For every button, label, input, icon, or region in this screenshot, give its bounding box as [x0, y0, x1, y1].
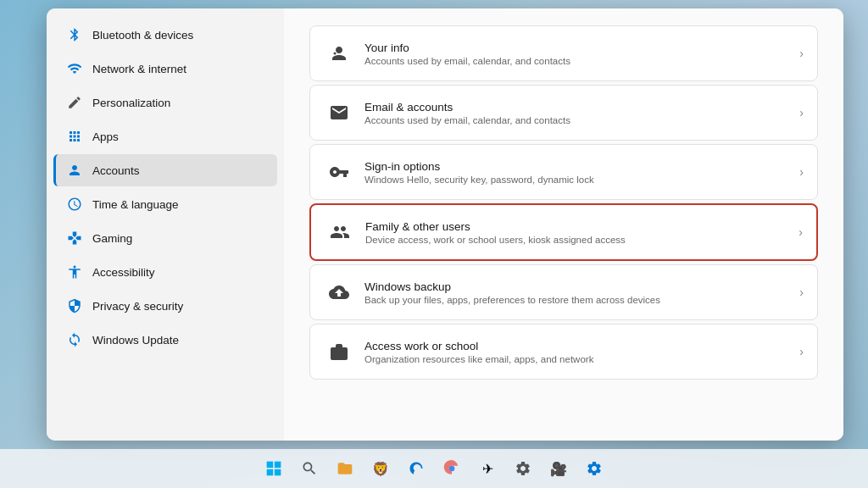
settings-item-signin[interactable]: Sign-in options Windows Hello, security …	[309, 144, 818, 200]
email-desc: Accounts used by email, calendar, and co…	[364, 115, 799, 125]
signin-text: Sign-in options Windows Hello, security …	[364, 160, 799, 185]
network-icon	[67, 61, 82, 76]
start-button[interactable]	[259, 453, 289, 484]
family-text: Family & other users Device access, work…	[365, 220, 798, 245]
signin-icon	[324, 157, 354, 187]
your-info-icon	[324, 38, 354, 69]
bluetooth-icon	[67, 27, 82, 42]
settings-window: Bluetooth & devices Network & internet P…	[47, 8, 843, 441]
taskbar: 🦁 ✈ 🎥	[0, 449, 868, 488]
sidebar-item-apps[interactable]: Apps	[53, 120, 277, 152]
sidebar-item-privacy[interactable]: Privacy & security	[53, 290, 277, 322]
telegram-button[interactable]: ✈	[472, 453, 503, 484]
sidebar-item-network[interactable]: Network & internet	[53, 53, 277, 85]
privacy-icon	[67, 298, 82, 313]
email-chevron: ›	[799, 106, 804, 119]
apps-icon	[67, 129, 82, 144]
sidebar: Bluetooth & devices Network & internet P…	[47, 8, 284, 441]
backup-text: Windows backup Back up your files, apps,…	[364, 280, 799, 305]
email-text: Email & accounts Accounts used by email,…	[364, 101, 799, 125]
signin-title: Sign-in options	[364, 160, 799, 173]
sidebar-item-gaming[interactable]: Gaming	[53, 222, 277, 254]
family-desc: Device access, work or school users, kio…	[365, 235, 798, 245]
settings-item-email[interactable]: Email & accounts Accounts used by email,…	[309, 85, 818, 141]
gear-button[interactable]	[579, 453, 609, 484]
sidebar-label-time: Time & language	[92, 198, 179, 211]
taskbar-settings-button[interactable]	[508, 453, 538, 484]
sidebar-item-bluetooth[interactable]: Bluetooth & devices	[53, 19, 277, 51]
sidebar-label-accessibility: Accessibility	[92, 266, 155, 279]
settings-item-family[interactable]: Family & other users Device access, work…	[309, 203, 818, 261]
backup-desc: Back up your files, apps, preferences to…	[364, 295, 799, 305]
signin-chevron: ›	[799, 165, 804, 179]
svg-rect-1	[267, 462, 274, 469]
sidebar-label-privacy: Privacy & security	[92, 300, 183, 313]
your-info-chevron: ›	[799, 47, 804, 60]
settings-item-your-info[interactable]: Your info Accounts used by email, calend…	[309, 25, 818, 81]
sidebar-label-accounts: Accounts	[92, 164, 140, 177]
personalization-icon	[67, 95, 82, 110]
edge-button[interactable]	[401, 453, 431, 484]
settings-item-backup[interactable]: Windows backup Back up your files, apps,…	[309, 264, 818, 320]
meet-button[interactable]: 🎥	[543, 453, 574, 484]
work-desc: Organization resources like email, apps,…	[364, 354, 799, 364]
family-icon	[325, 217, 355, 247]
backup-title: Windows backup	[364, 280, 799, 293]
sidebar-item-time[interactable]: Time & language	[53, 188, 277, 220]
settings-item-work[interactable]: Access work or school Organization resou…	[309, 324, 818, 380]
work-title: Access work or school	[364, 340, 799, 352]
svg-point-0	[334, 53, 337, 55]
your-info-text: Your info Accounts used by email, calend…	[364, 42, 799, 66]
update-icon	[67, 332, 82, 347]
backup-chevron: ›	[799, 286, 804, 299]
accounts-icon	[67, 163, 82, 178]
svg-point-5	[449, 466, 455, 472]
family-chevron: ›	[798, 225, 803, 239]
signin-desc: Windows Hello, security key, password, d…	[364, 175, 799, 185]
time-icon	[67, 197, 82, 212]
sidebar-label-personalization: Personalization	[92, 97, 170, 109]
sidebar-item-accessibility[interactable]: Accessibility	[53, 256, 277, 288]
family-title: Family & other users	[365, 220, 798, 233]
sidebar-label-bluetooth: Bluetooth & devices	[92, 29, 193, 42]
email-title: Email & accounts	[364, 101, 799, 114]
svg-rect-2	[275, 462, 281, 469]
work-icon	[324, 336, 354, 367]
your-info-title: Your info	[364, 42, 799, 54]
email-icon	[324, 97, 354, 128]
search-taskbar-button[interactable]	[294, 453, 325, 484]
sidebar-label-network: Network & internet	[92, 63, 186, 75]
brave-button[interactable]: 🦁	[365, 453, 396, 484]
sidebar-label-apps: Apps	[92, 130, 119, 143]
your-info-desc: Accounts used by email, calendar, and co…	[364, 56, 799, 66]
chrome-button[interactable]	[437, 453, 467, 484]
sidebar-label-update: Windows Update	[92, 334, 179, 347]
work-text: Access work or school Organization resou…	[364, 340, 799, 364]
sidebar-item-update[interactable]: Windows Update	[53, 324, 277, 356]
gaming-icon	[67, 230, 82, 246]
sidebar-label-gaming: Gaming	[92, 232, 132, 245]
desktop: Bluetooth & devices Network & internet P…	[0, 0, 868, 488]
sidebar-item-personalization[interactable]: Personalization	[53, 86, 277, 119]
file-explorer-button[interactable]	[330, 453, 360, 484]
main-content: Your info Accounts used by email, calend…	[284, 8, 843, 441]
svg-rect-4	[275, 469, 281, 476]
accessibility-icon	[67, 264, 82, 280]
sidebar-item-accounts[interactable]: Accounts	[53, 154, 277, 186]
work-chevron: ›	[799, 345, 804, 358]
svg-rect-3	[267, 469, 274, 476]
backup-icon	[324, 277, 354, 308]
